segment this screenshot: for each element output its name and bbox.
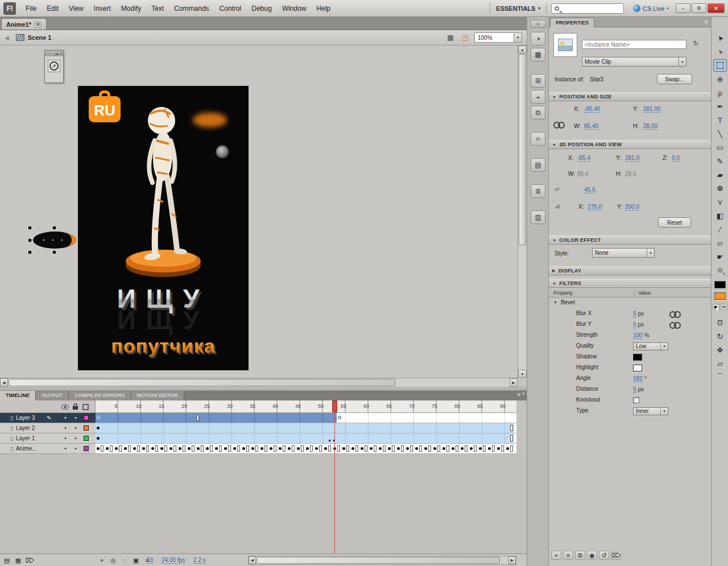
swap-button[interactable]: Swap...	[657, 74, 692, 84]
perspective-angle-value[interactable]: 45.0	[584, 187, 595, 193]
layer-outline-swatch[interactable]	[84, 436, 89, 441]
new-folder-icon[interactable]: ▦	[13, 556, 23, 565]
menu-item-control[interactable]: Control	[214, 0, 247, 17]
menu-item-window[interactable]: Window	[277, 0, 312, 17]
link-icon[interactable]	[669, 311, 681, 318]
frame-row-layer-3[interactable]	[96, 413, 516, 423]
close-icon[interactable]: ×	[60, 52, 62, 55]
eye-icon[interactable]	[61, 404, 69, 410]
deco-tool[interactable]: ❁	[713, 182, 727, 195]
workspace-switcher[interactable]: ESSENTIALS ▾	[490, 3, 547, 14]
eraser-tool[interactable]: ▱	[713, 237, 727, 249]
fill-color-chip[interactable]	[714, 292, 726, 300]
scene-breadcrumb[interactable]: Scene 1	[28, 34, 52, 41]
motion-presets-panel-icon[interactable]: ≣	[531, 184, 545, 198]
enable-filter-icon[interactable]: ◉	[587, 551, 597, 560]
transform-handle[interactable]	[28, 239, 31, 242]
vp-x-value[interactable]: 275.0	[588, 204, 602, 210]
eyedropper-tool[interactable]: ∕	[713, 223, 727, 236]
filter-knockout-checkbox[interactable]	[633, 397, 639, 403]
library-panel-icon[interactable]: ▥	[531, 210, 545, 224]
3d-z-value[interactable]: 0.0	[672, 155, 680, 162]
swatches-panel-icon[interactable]: ▦	[531, 48, 545, 61]
layer-outline-swatch[interactable]	[84, 415, 89, 420]
timeline-tab-timeline[interactable]: TIMELINE	[0, 391, 36, 400]
onion-skin-icon[interactable]: ◎	[108, 556, 118, 565]
transform-handle[interactable]	[53, 226, 56, 229]
brush-tool[interactable]: ▰	[713, 168, 727, 181]
scroll-left-icon[interactable]: ◀	[0, 378, 8, 387]
tab-properties[interactable]: PROPERTIES	[550, 18, 594, 27]
instance-name-input[interactable]	[582, 40, 686, 49]
oval-shape[interactable]	[33, 232, 76, 249]
transform-handle[interactable]	[28, 251, 31, 254]
selected-shape[interactable]	[30, 228, 80, 253]
layer-row-anime[interactable]: ▯Anime...••	[0, 444, 96, 454]
chevron-down-icon[interactable]: ▾	[522, 391, 524, 398]
menu-item-debug[interactable]: Debug	[246, 0, 276, 17]
components-panel-icon[interactable]: ▤	[531, 158, 545, 172]
pen-tool[interactable]: ✒	[713, 100, 727, 113]
section-color-effect[interactable]: ▼ COLOR EFFECT	[549, 236, 712, 245]
hand-tool[interactable]: ☛	[713, 250, 727, 263]
menu-item-text[interactable]: Text	[146, 0, 169, 17]
zoom-combo[interactable]: 100% ▾	[474, 32, 522, 43]
vertical-scrollbar[interactable]: ▲ ▼	[518, 46, 527, 378]
envelope-icon[interactable]: ⌒	[713, 371, 727, 383]
frames-area[interactable]	[96, 413, 516, 454]
layer-row-layer-1[interactable]: ▯Layer 1••	[0, 433, 96, 444]
color-panel-icon[interactable]: ◑	[531, 32, 545, 46]
line-tool[interactable]: ╲	[713, 127, 727, 140]
default-colors-icon[interactable]	[713, 304, 719, 310]
filter-highlight-swatch[interactable]	[633, 365, 642, 371]
vp-y-value[interactable]: 200.0	[625, 204, 639, 210]
floating-mini-panel[interactable]: ▸▸ × ↗	[44, 50, 64, 83]
layer-outline-swatch[interactable]	[84, 446, 89, 451]
layer-visibility-dot[interactable]: •	[62, 425, 69, 431]
swap-colors-icon[interactable]: ⇄	[721, 304, 727, 310]
h-value[interactable]: 28.00	[643, 123, 657, 130]
section-display[interactable]: ▶ DISPLAY	[549, 266, 712, 275]
collapse-icon[interactable]: ▸▸	[55, 52, 59, 56]
horizontal-scrollbar[interactable]: ◀ ▶	[0, 378, 518, 387]
info-panel-icon[interactable]: ◒	[531, 90, 545, 104]
zoom-tool[interactable]	[713, 264, 727, 276]
filter-shadow-swatch[interactable]	[633, 354, 642, 361]
edit-symbols-icon[interactable]: ◳	[460, 32, 471, 43]
horizontal-scroll-thumb[interactable]	[9, 379, 395, 386]
scroll-right-icon[interactable]: ▶	[508, 556, 516, 564]
elapsed-time-value[interactable]: 2.2 s	[193, 557, 206, 564]
back-arrow-icon[interactable]: ◀	[5, 35, 9, 41]
stage-poster[interactable]: RU ИЩУ ИЩУ ИЩУ	[78, 86, 249, 370]
scroll-left-icon[interactable]: ◀	[249, 556, 256, 564]
transform-handle[interactable]	[28, 226, 31, 229]
layer-row-layer-3[interactable]: ▯Layer 3✎••	[0, 413, 96, 423]
swap-symbol-icon[interactable]: ↻	[693, 40, 698, 47]
document-tab[interactable]: Anime1* ×	[1, 18, 47, 30]
filter-quality-dropdown[interactable]: Low▾	[633, 342, 668, 350]
3d-rotation-tool[interactable]: ⊕	[713, 73, 727, 85]
menu-item-modify[interactable]: Modify	[116, 0, 146, 17]
chevron-down-icon[interactable]: ▾	[514, 33, 522, 42]
layer-lock-dot[interactable]: •	[72, 425, 79, 431]
frame-row-anime[interactable]	[96, 444, 516, 454]
layer-outline-swatch[interactable]	[84, 425, 89, 431]
pencil-tool[interactable]: ✎	[713, 155, 727, 167]
filter-strength-value[interactable]: 100	[633, 332, 643, 339]
tween-span[interactable]	[96, 423, 514, 433]
selection-tool[interactable]: ➤	[713, 32, 727, 44]
text-tool[interactable]: T	[713, 114, 727, 126]
add-filter-icon[interactable]: +	[551, 551, 561, 560]
mini-panel-button[interactable]: ↗	[48, 60, 60, 72]
layer-visibility-dot[interactable]: •	[62, 435, 69, 441]
frame-rate-value[interactable]: 24.00 fps	[162, 557, 185, 564]
distort-icon[interactable]: ▱	[713, 357, 727, 370]
tween-span[interactable]	[96, 433, 514, 443]
filter-group-row[interactable]: ▼ Bevel	[553, 299, 575, 305]
menu-item-file[interactable]: File	[20, 0, 42, 17]
layer-visibility-dot[interactable]: •	[62, 445, 69, 452]
rectangle-tool[interactable]: ▭	[713, 141, 727, 154]
vertical-scroll-thumb[interactable]	[519, 54, 526, 245]
center-frame-icon[interactable]: ⌖	[97, 556, 107, 565]
filter-blur-y-value[interactable]: 5	[633, 321, 636, 328]
